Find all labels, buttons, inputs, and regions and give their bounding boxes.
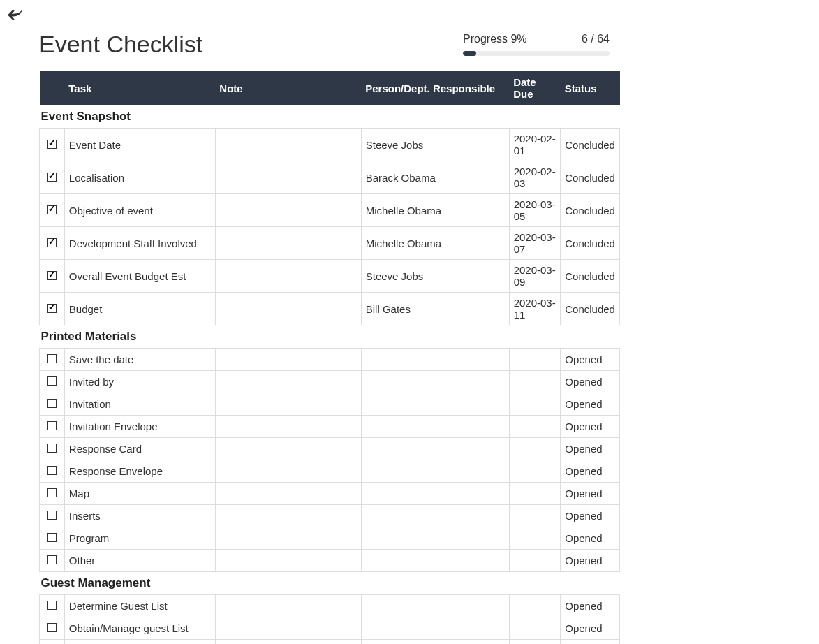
cell-person: Steeve Jobs <box>361 129 509 161</box>
cell-status: Concluded <box>561 260 620 293</box>
task-checkbox[interactable] <box>47 304 57 313</box>
cell-date <box>509 595 561 617</box>
table-row: Save the dateOpened <box>40 349 620 371</box>
task-checkbox[interactable] <box>47 555 57 564</box>
cell-person: Barack Obama <box>361 161 509 194</box>
cell-date <box>509 527 561 550</box>
cell-date: 2020-03-11 <box>509 293 561 325</box>
task-checkbox[interactable] <box>47 173 57 182</box>
cell-note <box>215 505 361 527</box>
cell-task: Development Staff Involved <box>64 227 215 260</box>
cell-note <box>215 460 361 483</box>
table-row: Response CardOpened <box>40 438 620 460</box>
cell-person <box>361 483 509 505</box>
col-check <box>40 71 65 105</box>
task-checkbox[interactable] <box>47 205 57 214</box>
task-checkbox[interactable] <box>47 466 57 475</box>
table-row: Event DateSteeve Jobs2020-02-01Concluded <box>40 129 620 161</box>
checkbox-cell <box>40 161 65 194</box>
cell-note <box>215 483 361 505</box>
cell-status: Opened <box>561 349 620 371</box>
checkbox-cell <box>40 416 65 438</box>
cell-date: 2020-03-05 <box>509 194 561 227</box>
cell-person: Bill Gates <box>361 293 509 325</box>
col-person: Person/Dept. Responsible <box>361 71 509 105</box>
cell-status: Opened <box>561 527 620 550</box>
section-header: Event Snapshot <box>40 105 620 129</box>
table-row: InsertsOpened <box>40 505 620 527</box>
progress-count: 6 / 64 <box>582 33 610 45</box>
table-row: Development Staff InvolvedMichelle Obama… <box>40 227 620 260</box>
task-checkbox[interactable] <box>47 623 57 632</box>
task-checkbox[interactable] <box>47 533 57 542</box>
cell-date <box>509 438 561 460</box>
cell-status: Opened <box>561 416 620 438</box>
task-checkbox[interactable] <box>47 511 57 520</box>
cell-task: Save the date <box>64 349 215 371</box>
table-row: address invites hand or typeOpened <box>40 640 620 645</box>
checkbox-cell <box>40 640 65 645</box>
cell-date <box>509 460 561 483</box>
cell-note <box>215 416 361 438</box>
table-row: BudgetBill Gates2020-03-11Concluded <box>40 293 620 325</box>
cell-date <box>509 371 561 393</box>
cell-person <box>361 460 509 483</box>
checkbox-cell <box>40 227 65 260</box>
checkbox-cell <box>40 483 65 505</box>
cell-task: Obtain/Manage guest List <box>64 617 215 640</box>
cell-person <box>361 393 509 416</box>
cell-task: Event Date <box>64 129 215 161</box>
cell-task: Invited by <box>64 371 215 393</box>
cell-task: Inserts <box>64 505 215 527</box>
task-checkbox[interactable] <box>47 601 57 610</box>
task-checkbox[interactable] <box>47 376 57 386</box>
cell-task: Program <box>64 527 215 550</box>
cell-person <box>361 349 509 371</box>
task-checkbox[interactable] <box>47 399 57 408</box>
cell-person: Michelle Obama <box>361 194 509 227</box>
task-checkbox[interactable] <box>47 488 57 497</box>
checkbox-cell <box>40 595 65 617</box>
checkbox-cell <box>40 349 65 371</box>
cell-task: Map <box>64 483 215 505</box>
table-row: Invitation EnvelopeOpened <box>40 416 620 438</box>
cell-date <box>509 617 561 640</box>
task-checkbox[interactable] <box>47 271 57 280</box>
checklist-table: Task Note Person/Dept. Responsible Date … <box>39 71 620 644</box>
cell-status: Concluded <box>561 227 620 260</box>
checkbox-cell <box>40 393 65 416</box>
cell-status: Concluded <box>561 129 620 161</box>
cell-note <box>215 349 361 371</box>
cell-person <box>361 505 509 527</box>
cell-task: Other <box>64 550 215 572</box>
cell-task: Response Card <box>64 438 215 460</box>
cell-status: Opened <box>561 393 620 416</box>
cell-status: Opened <box>561 550 620 572</box>
task-checkbox[interactable] <box>47 421 57 430</box>
task-checkbox[interactable] <box>47 444 57 453</box>
table-row: Objective of eventMichelle Obama2020-03-… <box>40 194 620 227</box>
back-arrow-icon[interactable] <box>4 4 25 28</box>
cell-person <box>361 617 509 640</box>
cell-note <box>215 227 361 260</box>
cell-note <box>215 293 361 325</box>
checkbox-cell <box>40 293 65 325</box>
col-task: Task <box>64 71 215 105</box>
cell-note <box>215 194 361 227</box>
table-row: LocalisationBarack Obama2020-02-03Conclu… <box>40 161 620 194</box>
section-title: Printed Materials <box>40 325 620 349</box>
table-row: ProgramOpened <box>40 527 620 550</box>
cell-date: 2020-03-07 <box>509 227 561 260</box>
cell-status: Opened <box>561 460 620 483</box>
cell-person <box>361 550 509 572</box>
cell-status: Opened <box>561 595 620 617</box>
checkbox-cell <box>40 438 65 460</box>
table-row: Obtain/Manage guest ListOpened <box>40 617 620 640</box>
task-checkbox[interactable] <box>47 354 57 363</box>
cell-note <box>215 617 361 640</box>
task-checkbox[interactable] <box>47 140 57 149</box>
checkbox-cell <box>40 129 65 161</box>
task-checkbox[interactable] <box>47 238 57 247</box>
checkbox-cell <box>40 460 65 483</box>
cell-person <box>361 438 509 460</box>
